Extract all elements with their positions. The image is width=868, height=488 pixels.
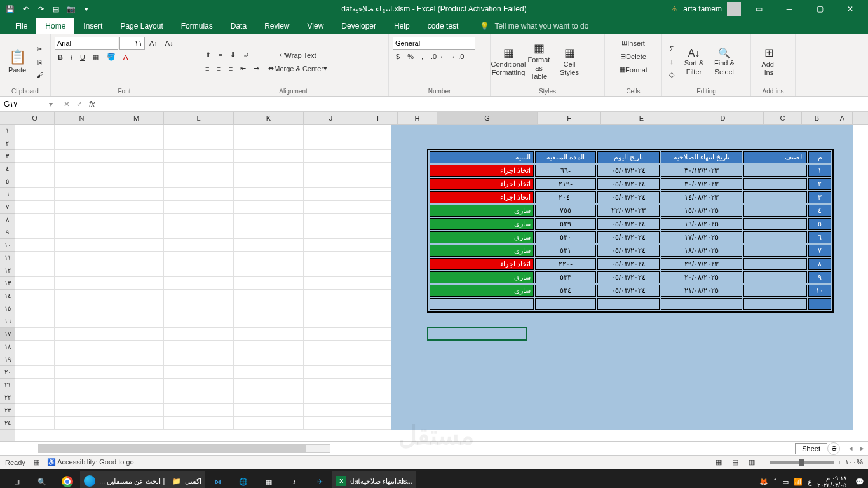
tab-review[interactable]: Review [255, 18, 298, 34]
sheet-tab[interactable]: Sheet [795, 443, 827, 454]
row-header[interactable]: ٢٣ [0, 404, 15, 417]
view-page-layout-icon[interactable]: ▤ [729, 456, 742, 468]
comma-icon[interactable]: , [418, 51, 426, 62]
border-button[interactable]: ▦ [90, 51, 102, 63]
clear-icon[interactable]: ◇ [666, 69, 677, 81]
col-header-D[interactable]: D [682, 112, 764, 124]
font-name-select[interactable] [55, 37, 118, 50]
tab-insert[interactable]: Insert [74, 18, 111, 34]
row-header[interactable]: ٢١ [0, 379, 15, 391]
fill-color-button[interactable]: 🪣 [104, 51, 119, 63]
redo-icon[interactable]: ↷ [36, 4, 46, 14]
undo-icon[interactable]: ↶ [20, 4, 31, 14]
col-header-G[interactable]: G [437, 112, 538, 124]
row-header[interactable]: ١١ [0, 252, 15, 264]
row-header[interactable]: ٦ [0, 188, 15, 201]
table-row[interactable]: ٥١٦/٠٨/٢٠٢٥٠٥/٠٣/٢٠٢٤٥٢٩سارى [430, 218, 831, 230]
table-row[interactable]: ٣١٤/٠٨/٢٠٢٣٠٥/٠٣/٢٠٢٤-٢٠٤اتخاذ اجراء [430, 191, 831, 203]
tiktok-icon[interactable]: ♪ [281, 471, 307, 488]
addins-button[interactable]: ⊞Add-ins [755, 44, 783, 79]
col-header-B[interactable]: B [802, 112, 832, 124]
tab-file[interactable]: File [6, 18, 36, 34]
tab-formulas[interactable]: Formulas [172, 18, 222, 34]
formula-input[interactable] [98, 99, 868, 109]
indent-dec-icon[interactable]: ⇤ [237, 62, 249, 74]
increase-font-icon[interactable]: A↑ [146, 37, 161, 50]
notifications-icon[interactable]: 💬 [855, 478, 864, 486]
cell-styles-button[interactable]: ▦Cell Styles [555, 44, 583, 79]
number-format-select[interactable] [393, 37, 475, 50]
font-size-select[interactable] [119, 37, 145, 50]
inc-decimal-icon[interactable]: .0→ [428, 51, 447, 62]
view-normal-icon[interactable]: ▦ [712, 456, 725, 468]
chrome-icon[interactable] [55, 471, 80, 488]
row-header[interactable]: ٤ [0, 163, 15, 175]
ribbon-options-icon[interactable]: ▭ [746, 0, 771, 18]
table-row[interactable]: ١٠٢١/٠٨/٢٠٢٥٠٥/٠٣/٢٠٢٤٥٣٤سارى [430, 285, 831, 297]
row-header[interactable]: ١٧ [0, 328, 15, 341]
format-as-table-button[interactable]: ▦Format as Table [525, 40, 553, 83]
align-right-icon[interactable]: ≡ [226, 62, 236, 74]
col-header-N[interactable]: N [55, 112, 109, 124]
wrap-text-button[interactable]: ↩ Wrap Text [265, 49, 330, 61]
app-icon-2[interactable]: ▦ [256, 471, 281, 488]
telegram-icon[interactable]: ✈ [307, 471, 332, 488]
qat-more-icon[interactable]: ▾ [81, 4, 92, 14]
table-row[interactable]: ٩٢٠/٠٨/٢٠٢٥٠٥/٠٣/٢٠٢٤٥٣٣سارى [430, 271, 831, 283]
font-color-button[interactable]: A [120, 51, 131, 63]
tab-home[interactable]: Home [36, 18, 74, 34]
format-painter-icon[interactable]: 🖌 [33, 69, 46, 81]
lang-indicator[interactable]: ع [808, 478, 812, 486]
row-header[interactable]: ٣ [0, 150, 15, 163]
col-header-L[interactable]: L [164, 112, 234, 124]
decrease-font-icon[interactable]: A↓ [162, 37, 177, 50]
orientation-icon[interactable]: ⤾ [240, 49, 252, 61]
row-header[interactable]: ٩ [0, 226, 15, 239]
delete-cells-button[interactable]: ⊟ Delete [609, 50, 658, 62]
tray-up-icon[interactable]: ˄ [773, 478, 777, 486]
tell-me[interactable]: 💡 Tell me what you want to do [467, 22, 588, 30]
add-sheet-button[interactable]: ⊕ [827, 442, 840, 455]
name-box[interactable]: G١٧▾ [0, 100, 57, 109]
macro-icon[interactable]: ▦ [33, 458, 39, 466]
clock[interactable]: ٠٩:١٨ م ٢٠٢٤/٠٣/٠٥ [817, 475, 846, 488]
insert-cells-button[interactable]: ⊞ Insert [609, 37, 658, 49]
table-row[interactable]: ٧١٨/٠٨/٢٠٢٥٠٥/٠٣/٢٠٢٤٥٣١سارى [430, 245, 831, 257]
zoom-in-icon[interactable]: + [837, 459, 841, 466]
tab-view[interactable]: View [299, 18, 333, 34]
row-header[interactable]: ٥ [0, 175, 15, 188]
table-row[interactable]: ٦١٧/٠٨/٢٠٢٥٠٥/٠٣/٢٠٢٤٥٣٠سارى [430, 231, 831, 243]
find-select-button[interactable]: 🔍Find & Select [710, 45, 738, 78]
col-header-I[interactable]: I [358, 112, 398, 124]
autosum-icon[interactable]: Σ [666, 43, 677, 55]
row-header[interactable]: ١٦ [0, 315, 15, 328]
horizontal-scrollbar[interactable] [38, 444, 330, 453]
row-header[interactable]: ٧ [0, 201, 15, 214]
tab-developer[interactable]: Developer [332, 18, 385, 34]
col-header-C[interactable]: C [764, 112, 802, 124]
col-header-F[interactable]: F [538, 112, 601, 124]
row-header[interactable]: ١٩ [0, 353, 15, 366]
table-row[interactable]: ٨٢٩/٠٧/٢٠٢٣٠٥/٠٣/٢٠٢٤-٢٢٠اتخاذ اجراء [430, 258, 831, 270]
format-cells-button[interactable]: ▦ Format [609, 64, 658, 76]
row-header[interactable]: ٨ [0, 214, 15, 226]
camera-icon[interactable]: 📷 [66, 4, 76, 14]
accessibility-status[interactable]: ♿ Accessibility: Good to go [47, 458, 134, 466]
align-center-icon[interactable]: ≡ [214, 62, 224, 74]
dec-decimal-icon[interactable]: ←.0 [448, 51, 467, 62]
conditional-formatting-button[interactable]: ▦Conditional Formatting [494, 44, 522, 79]
row-header[interactable]: ١٣ [0, 277, 15, 290]
bold-button[interactable]: B [55, 51, 66, 63]
align-top-icon[interactable]: ⬆ [202, 49, 214, 61]
tray-icon[interactable]: ▭ [782, 478, 789, 486]
row-header[interactable]: ٢٠ [0, 366, 15, 379]
app-icon-1[interactable]: 🌐 [231, 471, 256, 488]
paste-button[interactable]: 📋 Paste [4, 47, 31, 76]
close-icon[interactable]: ✕ [837, 0, 863, 18]
fill-icon[interactable]: ↓ [666, 56, 677, 67]
currency-icon[interactable]: $ [393, 51, 403, 62]
row-header[interactable]: ١٠ [0, 239, 15, 252]
fx-icon[interactable]: fx [89, 100, 98, 109]
zoom-slider[interactable] [770, 461, 834, 464]
select-all-corner[interactable] [0, 112, 15, 124]
